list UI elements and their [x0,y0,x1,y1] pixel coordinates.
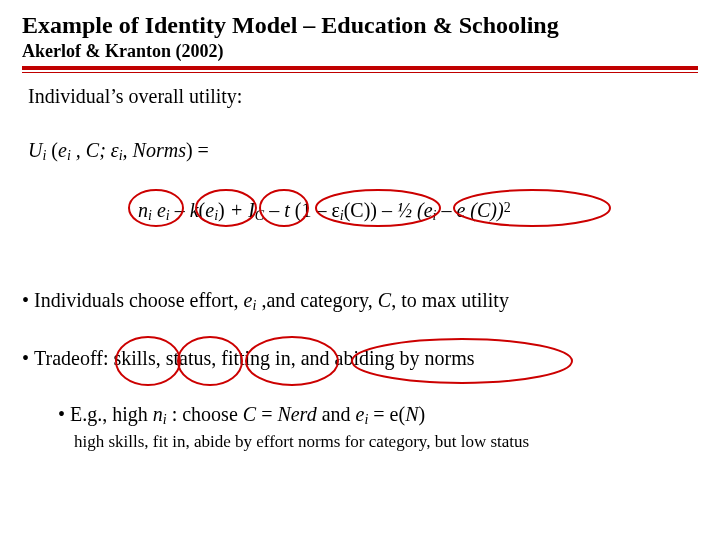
sb-Nerd: Nerd [277,403,316,425]
intro-line: Individual’s overall utility: [28,83,698,109]
mid1: , C; ε [71,139,119,161]
bullet-list: •Individuals choose effort, ei ,and cate… [22,287,698,453]
slide: Example of Identity Model – Education & … [0,0,720,540]
sym-U: U [28,139,42,161]
utility-rhs: ni ei – k(ei) + IC – t (1 – εi(C)) – ½ (… [138,197,511,225]
bullet-mark-icon: • [22,287,34,313]
sb-and: and [317,403,356,425]
b1-pre: Individuals choose effort, [34,289,244,311]
term-I-C: C [255,208,264,223]
p2c: ) [218,199,225,221]
sb-close: ) [419,403,426,425]
bullet-2: •Tradeoff: skills, status, fitting in, a… [22,345,698,371]
slide-body: Individual’s overall utility: Ui (ei , C… [22,83,698,453]
eq-close: ) = [186,139,209,161]
bullet-1: •Individuals choose effort, ei ,and cate… [22,287,698,315]
b1-post: , to max utility [391,289,509,311]
term-ke: e [205,199,214,221]
sb-mid1: : choose [167,403,243,425]
p4c: (C)) [344,199,377,221]
sb-n: n [153,403,163,425]
term-n: n [138,199,148,221]
paren-open: ( [46,139,58,161]
term5-sq: 2 [504,200,511,215]
formula-area: Ui (ei , C; εi, Norms) = ni ei – k(ei) +… [22,137,698,257]
divider-thin [22,72,698,73]
term5-rest: – e (C)) [436,199,503,221]
term-I: + I [225,199,255,221]
sb-eq1: = [256,403,277,425]
slide-title: Example of Identity Model – Education & … [22,12,698,39]
b1-mid: ,and category, [256,289,377,311]
sub-note: high skills, fit in, abide by effort nor… [74,431,698,453]
b2-text: Tradeoff: skills, status, fitting in, an… [34,347,475,369]
sb-pre: E.g., high [70,403,153,425]
term-t: – t [264,199,295,221]
sb-N: N [405,403,418,425]
p4o: (1 – ε [295,199,340,221]
divider-thick [22,66,698,70]
utility-lhs: Ui (ei , C; εi, Norms) = [28,137,209,165]
sym-e: e [58,139,67,161]
b1-C: C [378,289,391,311]
slide-subtitle: Akerlof & Kranton (2002) [22,41,698,62]
term-half: – ½ ( [377,199,424,221]
sb-C: C [243,403,256,425]
term-k: – k [170,199,199,221]
mid2: , Norms [123,139,186,161]
sb-eq2: = e( [368,403,405,425]
bullet-mark-icon: • [58,403,70,425]
term5-e: e [424,199,433,221]
sub-bullet: • E.g., high ni : choose C = Nerd and ei… [58,401,698,429]
bullet-mark-icon: • [22,345,34,371]
term-e: e [152,199,166,221]
